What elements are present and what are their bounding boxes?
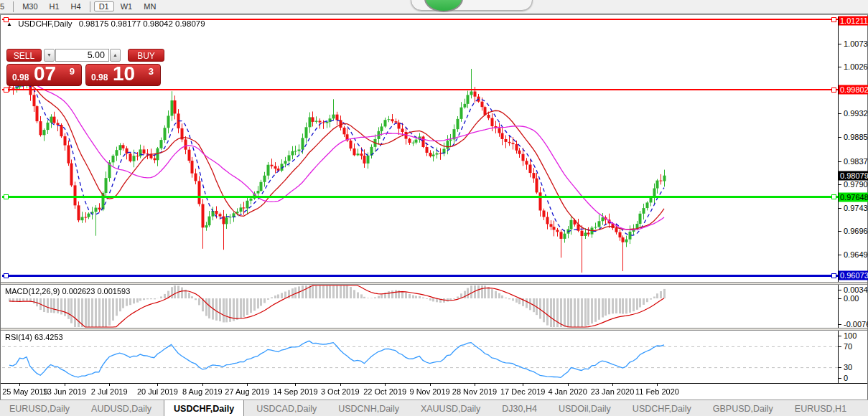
buy-price-sup: 3 — [149, 66, 154, 77]
timeframe-button-H1[interactable]: H1 — [45, 1, 65, 11]
date-tick — [612, 383, 613, 386]
sell-price-sup: 9 — [70, 66, 75, 77]
sell-price-base: 0.98 — [12, 72, 29, 82]
chart-tab-USDOil-Daily[interactable]: USDOil,Daily — [549, 400, 620, 416]
chart-tab-AUDUSD-Daily[interactable]: AUDUSD,Daily — [82, 400, 161, 416]
buy-price-tile[interactable]: 0.98 10 3 — [85, 64, 161, 86]
date-tick — [295, 383, 296, 386]
date-label: 4 Jan 2020 — [548, 387, 587, 396]
macd-axis-label: 0.00 — [844, 294, 859, 303]
hline-handle-left[interactable] — [4, 194, 9, 199]
price-tick-1.0073 — [838, 44, 841, 44]
rsi-axis-label: 100 — [844, 331, 857, 340]
date-tick — [430, 383, 431, 386]
date-tick — [657, 383, 658, 386]
timeframe-button-D1[interactable]: D1 — [94, 1, 114, 11]
date-tick — [157, 383, 158, 386]
rsi-tick — [838, 378, 841, 379]
hline-handle-right[interactable] — [831, 273, 836, 278]
sell-price-tile[interactable]: 0.98 07 9 — [6, 64, 82, 86]
horizontal-line-0.96073[interactable] — [2, 275, 838, 277]
date-tick — [568, 383, 569, 386]
chart-tab-EURUSD-H1[interactable]: EURUSD,H1 — [785, 400, 856, 416]
chart-tab-USDCHF-Daily[interactable]: USDCHF,Daily — [164, 400, 244, 416]
date-label: 2 Jul 2019 — [91, 387, 128, 396]
date-label: 28 Nov 2019 — [452, 387, 497, 396]
macd-tick — [838, 290, 841, 290]
chart-tab-USDCAD-Daily[interactable]: USDCAD,Daily — [247, 400, 326, 416]
date-label: 27 Aug 2019 — [225, 387, 269, 396]
chart-tab-USDCHF-Daily[interactable]: USDCHF,Daily — [623, 400, 701, 416]
price-tick-label: 0.98370 — [844, 157, 868, 166]
price-tick-label: 0.96490 — [844, 250, 868, 259]
price-tick-0.9885 — [838, 137, 841, 138]
hline-handle-right[interactable] — [831, 17, 836, 22]
volume-up-button[interactable]: ▲ — [110, 49, 121, 62]
rsi-axis-label: 30 — [844, 363, 852, 372]
chart-tab-GBPUSD-Daily[interactable]: GBPUSD,Daily — [704, 400, 783, 416]
macd-tick — [838, 324, 841, 325]
horizontal-line-0.99802[interactable] — [2, 89, 838, 90]
chart-tab-bar: EURUSD,DailyAUDUSD,DailyUSDCHF,DailyUSDC… — [0, 400, 868, 416]
hline-handle-right[interactable] — [831, 194, 836, 199]
chart-window: ▲ USDCHF,Daily 0.98175 0.98177 0.98042 0… — [0, 14, 868, 400]
date-tick — [247, 383, 248, 386]
date-label: 25 May 2019 — [2, 387, 48, 396]
price-tick-0.9837 — [838, 161, 841, 162]
price-level-label-0.98079: 0.98079 — [839, 171, 868, 180]
chart-title-symbol: USDCHF,Daily — [18, 19, 72, 28]
volume-input[interactable] — [55, 49, 109, 62]
buy-button[interactable]: BUY — [128, 49, 164, 62]
price-level-label-0.96073: 0.96073 — [839, 271, 868, 280]
rsi-label: RSI(14) 63.4253 — [5, 333, 63, 341]
hline-handle-left[interactable] — [4, 88, 9, 93]
collapse-triangle-icon[interactable]: ▲ — [6, 21, 12, 27]
rsi-axis-label: 0 — [844, 374, 848, 382]
date-tick — [340, 383, 341, 386]
panel-splitter-macd[interactable] — [1, 282, 867, 285]
date-tick — [202, 383, 203, 386]
chart-tab-XAUUSD-Daily[interactable]: XAUUSD,Daily — [411, 400, 490, 416]
buy-price-base: 0.98 — [91, 72, 108, 82]
date-label: 3 Oct 2019 — [321, 387, 360, 396]
chart-tab-DJ30-H4[interactable]: DJ30,H4 — [493, 400, 546, 416]
hline-handle-right[interactable] — [831, 88, 836, 93]
rsi-tick — [838, 367, 841, 368]
date-label: 22 Oct 2019 — [363, 387, 406, 396]
rsi-canvas[interactable] — [2, 331, 838, 383]
terminal-screen: 5M30H1H4D1W1MN ▲ USDCHF,Daily 0.98175 0.… — [0, 0, 868, 416]
buy-price-big: 10 — [113, 62, 135, 85]
price-tick-1.0026 — [838, 67, 841, 67]
rsi-tick — [838, 336, 841, 336]
rsi-tick — [838, 346, 841, 347]
chart-tab-USDCNH-Daily[interactable]: USDCNH,Daily — [329, 400, 409, 416]
volume-down-button[interactable]: ▼ — [44, 49, 55, 62]
chart-tab-EURUSD-Daily[interactable]: EURUSD,Daily — [0, 400, 79, 416]
chart-title-ohlc: 0.98175 0.98177 0.98042 0.98079 — [79, 19, 205, 28]
chart-tab-GBPAUD-H1[interactable]: GBPAUD,H1 — [859, 400, 868, 416]
timeframe-button-MN[interactable]: MN — [139, 1, 161, 11]
date-label: 9 Nov 2019 — [409, 387, 449, 396]
date-label: 13 Jun 2019 — [43, 387, 87, 396]
price-tick-0.9649 — [838, 255, 841, 255]
price-tick-label: 0.99320 — [844, 109, 868, 118]
hline-handle-left[interactable] — [4, 273, 9, 278]
price-tick-label: 0.97900 — [844, 180, 868, 189]
panel-splitter-rsi[interactable] — [1, 328, 867, 331]
timeframe-button-M30[interactable]: M30 — [17, 1, 42, 11]
date-label: 8 Aug 2019 — [182, 387, 223, 396]
timeframe-button-W1[interactable]: W1 — [116, 1, 138, 11]
rsi-axis-label: 70 — [844, 342, 852, 351]
date-axis-line — [1, 383, 867, 384]
date-label: 17 Dec 2019 — [500, 387, 545, 396]
price-tick-label: 0.97430 — [844, 204, 868, 212]
macd-axis-label: 0.003428 — [844, 285, 868, 294]
price-level-label-1.01211: 1.01211 — [839, 16, 868, 26]
chart-title: ▲ USDCHF,Daily 0.98175 0.98177 0.98042 0… — [6, 19, 205, 28]
date-label: 23 Jan 2020 — [591, 387, 635, 396]
sell-button[interactable]: SELL — [6, 49, 42, 62]
price-tick-label: 1.00730 — [844, 39, 868, 48]
timeframe-button-5[interactable]: 5 — [0, 1, 9, 11]
horizontal-line-0.97648[interactable] — [2, 196, 838, 198]
timeframe-button-H4[interactable]: H4 — [66, 1, 86, 11]
